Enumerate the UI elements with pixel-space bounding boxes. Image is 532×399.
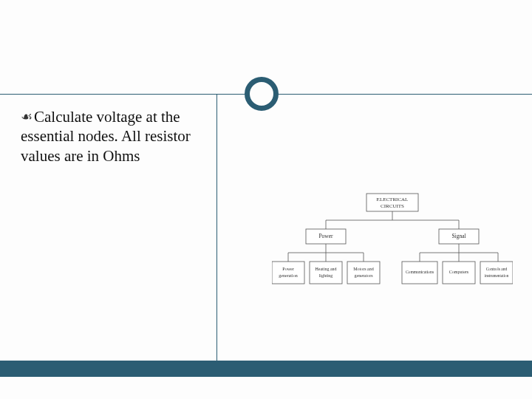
svg-rect-19	[310, 262, 342, 284]
hierarchy-diagram: ELECTRICALCIRCUITS Power Signal	[272, 191, 513, 303]
slide: ☙Calculate voltage at the essential node…	[0, 0, 532, 399]
svg-text:instrumentation: instrumentation	[485, 273, 509, 278]
bullet-item: ☙Calculate voltage at the essential node…	[21, 107, 205, 166]
divider-vertical	[216, 94, 217, 364]
svg-text:generation: generation	[279, 273, 297, 278]
node-power-gen-1: Power	[282, 267, 293, 271]
node-power: Power	[318, 233, 333, 239]
node-communications: Communications	[406, 270, 434, 274]
svg-text:lighting: lighting	[319, 273, 333, 278]
svg-text:generators: generators	[355, 273, 374, 278]
node-computers: Computers	[449, 270, 469, 274]
svg-text:Heating and: Heating and	[315, 267, 336, 271]
node-root: ELECTRICALCIRCUITS	[377, 197, 409, 209]
svg-rect-17	[272, 262, 304, 284]
svg-rect-22	[347, 262, 380, 284]
bullet-marker-icon: ☙	[21, 109, 33, 124]
svg-rect-27	[480, 262, 513, 284]
ring-icon	[245, 77, 279, 111]
bullet-text: Calculate voltage at the essential nodes…	[21, 108, 191, 165]
svg-text:Motors and: Motors and	[353, 267, 374, 271]
footer-bar	[0, 361, 532, 377]
svg-text:Controls and: Controls and	[486, 267, 508, 271]
node-signal: Signal	[451, 233, 466, 239]
